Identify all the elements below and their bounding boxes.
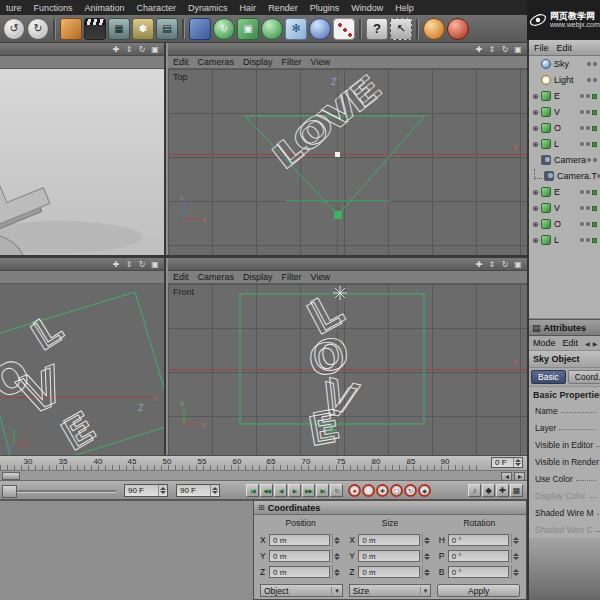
vp-menu-filter[interactable]: Filter bbox=[282, 272, 302, 282]
render-settings-icon[interactable]: ✽ bbox=[132, 18, 154, 40]
visibility-toggles[interactable] bbox=[587, 78, 597, 82]
shader-icon[interactable] bbox=[447, 18, 469, 40]
timeline-slider-handle[interactable] bbox=[2, 472, 20, 480]
visibility-toggles[interactable] bbox=[580, 142, 597, 147]
visibility-toggles[interactable] bbox=[580, 126, 597, 131]
record-parameter-button[interactable]: ◆ bbox=[418, 484, 431, 497]
viewport-titlebar[interactable]: ✚ ⇕ ↻ ▣ bbox=[168, 258, 527, 271]
visibility-toggles[interactable] bbox=[580, 94, 597, 99]
vp-menu-view[interactable]: View bbox=[311, 272, 330, 282]
menu-item-functions[interactable]: Functions bbox=[28, 3, 79, 13]
menu-item-hair[interactable]: Hair bbox=[234, 3, 263, 13]
viewport-canvas-top[interactable]: Top x Z LOVE LOVE z bbox=[168, 69, 527, 257]
prev-frame-button[interactable]: ◀ bbox=[274, 484, 287, 497]
attr-menu-mode[interactable]: Mode bbox=[533, 338, 556, 348]
viewport-titlebar[interactable]: ✚ ⇕ ↻ ▣ bbox=[168, 43, 527, 56]
pos-x-field[interactable]: 0 m bbox=[269, 534, 330, 546]
object-row-l2[interactable]: ⊕L bbox=[529, 232, 600, 248]
object-row-light[interactable]: Light bbox=[529, 72, 600, 88]
pos-y-stepper[interactable] bbox=[332, 549, 341, 563]
timeline-slider-strip[interactable] bbox=[0, 471, 527, 481]
frame-stepper[interactable] bbox=[513, 458, 522, 467]
render-view-icon[interactable] bbox=[84, 18, 106, 40]
tab-basic[interactable]: Basic bbox=[531, 370, 566, 384]
make-editable-icon[interactable] bbox=[60, 18, 82, 40]
object-row-e[interactable]: ⊕E bbox=[529, 88, 600, 104]
sphere-icon[interactable] bbox=[261, 18, 283, 40]
coordinates-header[interactable]: ⊞ Coordinates bbox=[254, 501, 526, 515]
apply-button[interactable]: Apply bbox=[437, 584, 520, 597]
visibility-toggles[interactable] bbox=[580, 206, 597, 211]
rotate-icon[interactable]: ↻ bbox=[137, 44, 147, 55]
vp-menu-filter[interactable]: Filter bbox=[282, 57, 302, 67]
size-z-field[interactable]: 0 m bbox=[358, 566, 419, 578]
menu-item-window[interactable]: Window bbox=[345, 3, 389, 13]
pan-icon[interactable]: ✚ bbox=[111, 44, 121, 55]
sound-button[interactable]: ♪ bbox=[468, 484, 481, 497]
visibility-toggles[interactable] bbox=[587, 158, 597, 162]
play-button[interactable]: ▶ bbox=[288, 484, 301, 497]
hypernurbs-icon[interactable]: ↻ bbox=[213, 18, 235, 40]
back-icon[interactable]: ◀ bbox=[585, 340, 590, 347]
size-y-field[interactable]: 0 m bbox=[358, 550, 419, 562]
menu-item-animation[interactable]: Animation bbox=[79, 3, 131, 13]
size-y-stepper[interactable] bbox=[422, 549, 431, 563]
slider-left-button[interactable] bbox=[501, 472, 512, 481]
record-scale-button[interactable]: ▢ bbox=[390, 484, 403, 497]
viewport-canvas-perspective[interactable]: L L O bbox=[0, 69, 164, 257]
timeline-ruler[interactable]: 30 35 40 45 50 55 60 65 70 75 80 85 90 0… bbox=[0, 455, 527, 471]
next-frame-button[interactable]: ▶▶ bbox=[302, 484, 315, 497]
redo-icon[interactable]: ↻ bbox=[27, 18, 49, 40]
visibility-toggles[interactable] bbox=[580, 110, 597, 115]
primitive-cube-icon[interactable] bbox=[189, 18, 211, 40]
prev-key-button[interactable]: ◀◀ bbox=[260, 484, 273, 497]
zoom-icon[interactable]: ⇕ bbox=[487, 44, 497, 55]
slider-right-button[interactable] bbox=[514, 472, 525, 481]
attributes-header[interactable]: ▤ Attributes bbox=[529, 319, 600, 336]
rotate-icon[interactable]: ↻ bbox=[500, 44, 510, 55]
render-queue-icon[interactable]: ▤ bbox=[156, 18, 178, 40]
pos-y-field[interactable]: 0 m bbox=[269, 550, 330, 562]
prop-row-name[interactable]: Name bbox=[529, 402, 600, 419]
end-frame-stepper[interactable] bbox=[210, 485, 219, 496]
menu-item-character[interactable]: Character bbox=[131, 3, 183, 13]
expand-toggle[interactable]: ⊕ bbox=[532, 124, 541, 133]
object-row-l[interactable]: ⊕L bbox=[529, 136, 600, 152]
expand-toggle[interactable]: ⊕ bbox=[532, 236, 541, 245]
size-dropdown[interactable]: Size ▾ bbox=[349, 584, 432, 597]
rot-h-stepper[interactable] bbox=[511, 533, 520, 547]
object-row-camera-target[interactable]: Camera.T bbox=[529, 168, 600, 184]
object-row-o[interactable]: ⊕O bbox=[529, 120, 600, 136]
particles-icon[interactable]: ✻ bbox=[285, 18, 307, 40]
next-key-button[interactable]: ▶| bbox=[316, 484, 329, 497]
visibility-toggles[interactable] bbox=[580, 190, 597, 195]
object-row-v[interactable]: ⊕V bbox=[529, 104, 600, 120]
size-z-stepper[interactable] bbox=[422, 565, 431, 579]
dice-icon[interactable] bbox=[333, 18, 355, 40]
visibility-toggles[interactable] bbox=[587, 62, 597, 66]
rot-b-stepper[interactable] bbox=[511, 565, 520, 579]
selection-icon[interactable]: ↖ bbox=[390, 18, 412, 40]
current-frame-field[interactable]: 0 F bbox=[491, 457, 523, 468]
prop-row-shaded-wire-m[interactable]: Shaded Wire M bbox=[529, 504, 600, 521]
goto-start-button[interactable]: |◀ bbox=[246, 484, 259, 497]
vp-menu-edit[interactable]: Edit bbox=[173, 272, 189, 282]
zoom-icon[interactable]: ⇕ bbox=[124, 259, 134, 270]
expand-toggle[interactable]: ⊕ bbox=[532, 220, 541, 229]
pan-icon[interactable]: ✚ bbox=[474, 44, 484, 55]
menu-item-help[interactable]: Help bbox=[389, 3, 420, 13]
vp-menu-edit[interactable]: Edit bbox=[173, 57, 189, 67]
expand-toggle[interactable]: ⊕ bbox=[532, 108, 541, 117]
toggle-view-icon[interactable]: ▣ bbox=[150, 259, 160, 270]
start-frame-field[interactable]: 90 F bbox=[124, 484, 168, 497]
prop-row-visible-editor[interactable]: Visible in Editor bbox=[529, 436, 600, 453]
pan-icon[interactable]: ✚ bbox=[111, 259, 121, 270]
prop-row-layer[interactable]: Layer bbox=[529, 419, 600, 436]
toggle-view-icon[interactable]: ▣ bbox=[513, 44, 523, 55]
layers-button[interactable]: ▦ bbox=[510, 484, 523, 497]
vp-menu-view[interactable]: View bbox=[311, 57, 330, 67]
rotate-icon[interactable]: ↻ bbox=[137, 259, 147, 270]
object-row-o2[interactable]: ⊕O bbox=[529, 216, 600, 232]
rotate-icon[interactable]: ↻ bbox=[500, 259, 510, 270]
undo-icon[interactable]: ↺ bbox=[3, 18, 25, 40]
